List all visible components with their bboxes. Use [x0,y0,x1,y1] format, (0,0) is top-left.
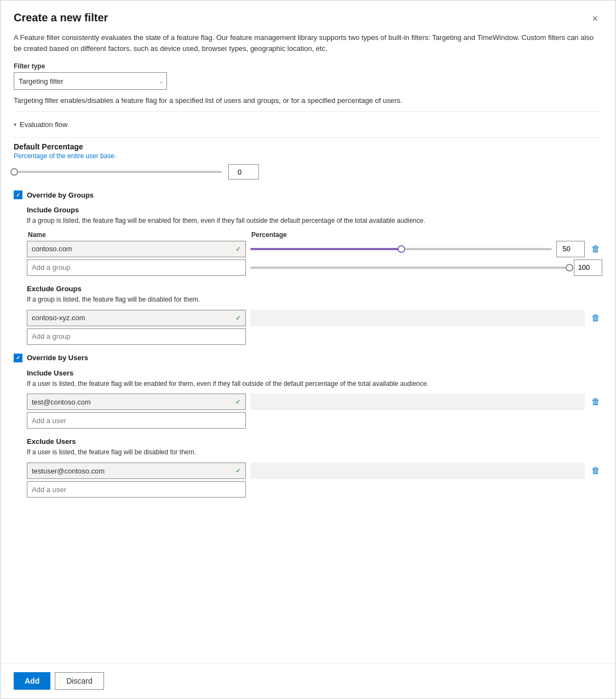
description-text: A Feature filter consistently evaluates … [14,32,602,54]
col-header-percentage: Percentage [251,231,602,239]
dialog-footer: Add Discard [1,663,615,698]
check-icon-exclude-user-1: ✓ [235,467,241,475]
exclude-user-add-input[interactable] [27,481,246,498]
filter-type-label: Filter type [14,62,602,70]
include-user-name-input-1[interactable]: test@contoso.com ✓ [27,394,246,410]
include-user-row-1: test@contoso.com ✓ 🗑 [27,394,602,410]
override-users-checkbox-row: ✓ Override by Users [14,354,602,362]
col-header-name: Name [27,231,251,239]
exclude-user-row-1: testuser@contoso.com ✓ 🗑 [27,463,602,479]
exclude-groups-section: Exclude Groups If a group is listed, the… [27,285,602,345]
divider-2 [14,137,602,138]
exclude-groups-title: Exclude Groups [27,285,602,293]
default-percentage-slider-thumb[interactable] [10,168,18,176]
include-group-row-1: contoso.com ✓ 🗑 [27,241,602,257]
discard-button[interactable]: Discard [55,672,103,690]
check-icon-users: ✓ [16,355,20,361]
exclude-user-add-row [27,481,602,498]
include-groups-desc: If a group is listed, the feature flag w… [27,216,602,226]
default-percentage-slider-track[interactable] [14,171,222,173]
default-percentage-slider-row [14,164,602,180]
exclude-group-add-row [27,328,602,345]
exclude-group-delete-btn-1[interactable]: 🗑 [589,312,602,324]
include-group-slider-fill-2 [250,267,569,269]
exclude-users-title: Exclude Users [27,437,602,446]
include-group-slider-row-1: 🗑 [250,241,602,257]
include-group-delete-btn-1[interactable]: 🗑 [589,243,602,255]
exclude-group-name-value-1: contoso-xyz.com [32,314,85,322]
close-button[interactable]: × [588,11,602,26]
default-percentage-input[interactable] [228,164,259,180]
filter-type-select[interactable]: Targeting filter [14,72,167,90]
include-group-add-wrapper [27,259,246,276]
exclude-user-delete-btn-1[interactable]: 🗑 [589,465,602,477]
exclude-group-row-1: contoso-xyz.com ✓ 🗑 [27,310,602,326]
exclude-user-name-input-1[interactable]: testuser@contoso.com ✓ [27,463,246,479]
check-icon: ✓ [16,192,20,198]
add-button[interactable]: Add [14,672,50,690]
override-users-label: Override by Users [27,354,88,362]
exclude-user-name-value-1: testuser@contoso.com [32,467,105,475]
include-groups-title: Include Groups [27,206,602,214]
include-group-slider-fill-1 [250,248,401,250]
include-user-name-value-1: test@contoso.com [32,398,91,406]
check-icon-1: ✓ [235,245,241,253]
include-group-add-input[interactable] [27,259,246,276]
default-percentage-section: Default Percentage Percentage of the ent… [14,142,602,180]
include-group-slider-thumb-2[interactable] [566,264,573,271]
include-group-percentage-input-2[interactable] [574,259,602,276]
chevron-icon: ▾ [14,122,16,128]
exclude-group-add-input[interactable] [27,328,246,345]
include-group-name-input-1[interactable]: contoso.com ✓ [27,241,246,257]
include-user-add-row [27,412,602,429]
include-user-delete-btn-1[interactable]: 🗑 [589,396,602,408]
body-spacer [1,585,615,663]
include-users-section: Include Users If a user is listed, the f… [27,369,602,429]
filter-type-select-wrapper[interactable]: Targeting filter ⌵ [14,72,167,90]
default-percentage-sub: Percentage of the entire user base. [14,152,602,160]
check-icon-include-user-1: ✓ [235,398,241,406]
include-group-slider-track-2[interactable] [250,267,569,269]
exclude-users-desc: If a user is listed, the feature flag wi… [27,448,602,457]
exclude-group-name-input-1[interactable]: contoso-xyz.com ✓ [27,310,246,326]
include-users-desc: If a user is listed, the feature flag wi… [27,379,602,389]
dialog-body: A Feature filter consistently evaluates … [1,32,615,585]
default-percentage-title: Default Percentage [14,142,602,151]
override-groups-checkbox[interactable]: ✓ [14,190,22,199]
include-user-add-input[interactable] [27,412,246,429]
targeting-description: Targeting filter enables/disables a feat… [14,96,602,105]
evaluation-flow-toggle[interactable]: ▾ Evaluation flow [14,116,602,133]
dialog-title: Create a new filter [14,11,108,24]
include-group-slider-row-2 [250,259,602,276]
override-groups-label: Override by Groups [27,191,94,199]
include-group-row-2 [27,259,602,276]
override-users-checkbox[interactable]: ✓ [14,354,22,362]
include-users-title: Include Users [27,369,602,377]
exclude-group-spacer-1 [250,310,585,326]
override-groups-checkbox-row: ✓ Override by Groups [14,190,602,199]
include-user-spacer-1 [250,394,585,410]
include-group-name-value-1: contoso.com [32,245,72,253]
divider-1 [14,111,602,112]
include-group-percentage-input-1[interactable] [556,241,585,257]
include-groups-section: Include Groups If a group is listed, the… [27,206,602,276]
exclude-groups-desc: If a group is listed, the feature flag w… [27,295,602,304]
dialog-header: Create a new filter × [1,1,615,32]
exclude-user-spacer-1 [250,463,585,479]
exclude-users-section: Exclude Users If a user is listed, the f… [27,437,602,498]
include-group-slider-track-1[interactable] [250,248,552,250]
include-groups-table-header: Name Percentage [27,231,602,239]
evaluation-flow-label: Evaluation flow [20,120,67,129]
include-group-slider-thumb-1[interactable] [398,245,405,253]
check-icon-exclude-1: ✓ [235,314,241,322]
create-filter-dialog: Create a new filter × A Feature filter c… [0,0,616,699]
